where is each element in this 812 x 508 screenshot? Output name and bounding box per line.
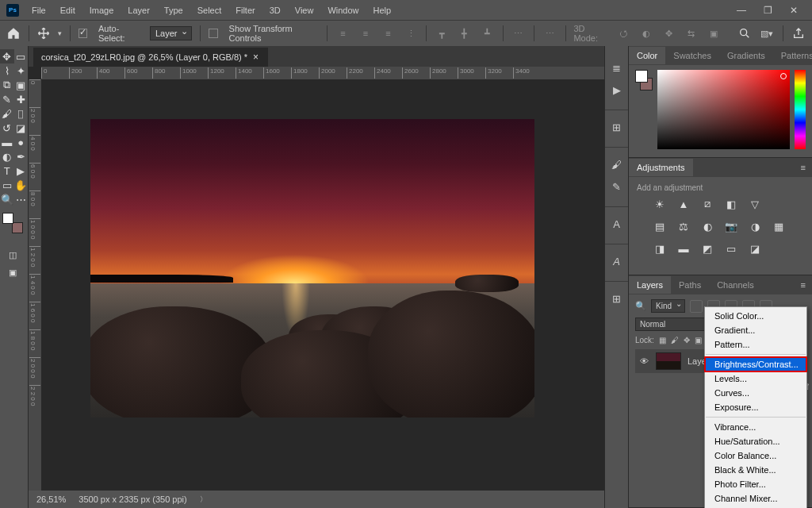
ctx-item-levels[interactable]: Levels... bbox=[705, 371, 806, 386]
ctx-item-hue-saturation[interactable]: Hue/Saturation... bbox=[705, 434, 806, 448]
brushes-icon[interactable]: 🖌 bbox=[608, 156, 626, 173]
libraries-icon[interactable]: ⊞ bbox=[608, 290, 626, 307]
panel-fg-swatch[interactable] bbox=[635, 70, 648, 83]
tab-adjustments[interactable]: Adjustments bbox=[629, 159, 693, 176]
ctx-item-brightness-contrast[interactable]: Brightness/Contrast... bbox=[705, 357, 806, 371]
tool-blur[interactable]: ● bbox=[14, 135, 29, 149]
menu-layer[interactable]: Layer bbox=[121, 3, 156, 17]
tool-history-brush[interactable]: ↺ bbox=[0, 121, 14, 135]
adj-photofilter-icon[interactable]: 📷 bbox=[724, 219, 738, 233]
ctx-item-color-balance[interactable]: Color Balance... bbox=[705, 448, 806, 463]
ctx-item-pattern[interactable]: Pattern... bbox=[705, 337, 806, 352]
search-icon[interactable] bbox=[737, 25, 753, 41]
tool-frame[interactable]: ▣ bbox=[14, 78, 29, 92]
lock-paint-icon[interactable]: 🖌 bbox=[671, 336, 679, 344]
adj-exposure-icon[interactable]: ◧ bbox=[724, 197, 738, 211]
auto-select-scope[interactable]: Layer bbox=[150, 26, 193, 40]
tool-dodge[interactable]: ◐ bbox=[0, 149, 14, 164]
tool-eraser[interactable]: ◪ bbox=[14, 121, 29, 135]
tab-gradients[interactable]: Gradients bbox=[719, 47, 773, 64]
3d-pan-icon[interactable]: ✥ bbox=[661, 25, 676, 41]
adj-brightness-icon[interactable]: ☀ bbox=[653, 197, 667, 211]
close-tab-icon[interactable]: × bbox=[253, 52, 259, 63]
ctx-item-black-white[interactable]: Black & White... bbox=[705, 463, 806, 477]
ctx-item-vibrance[interactable]: Vibrance... bbox=[705, 420, 806, 434]
adj-levels-icon[interactable]: ▲ bbox=[676, 197, 691, 211]
tool-zoom[interactable]: 🔍 bbox=[0, 192, 14, 206]
tab-swatches[interactable]: Swatches bbox=[665, 47, 719, 64]
tool-type[interactable]: T bbox=[0, 164, 14, 178]
align-center-h-icon[interactable]: ≡ bbox=[358, 25, 373, 41]
tool-pen[interactable]: ✒ bbox=[14, 149, 29, 164]
tool-lasso[interactable]: ⌇ bbox=[0, 64, 14, 78]
tab-color[interactable]: Color bbox=[629, 47, 665, 64]
zoom-level[interactable]: 26,51% bbox=[36, 495, 66, 504]
adj-invert-icon[interactable]: ◨ bbox=[653, 241, 667, 256]
tool-stamp[interactable]: ⌷ bbox=[14, 106, 29, 121]
align-middle-icon[interactable]: ╋ bbox=[458, 25, 473, 41]
3d-roll-icon[interactable]: ◐ bbox=[639, 25, 654, 41]
tab-channels[interactable]: Channels bbox=[709, 276, 761, 294]
align-top-icon[interactable]: ┳ bbox=[435, 25, 450, 41]
screen-mode-icon[interactable]: ▣ bbox=[5, 265, 21, 279]
bg-color-swatch[interactable] bbox=[12, 222, 23, 233]
ctx-item-channel-mixer[interactable]: Channel Mixer... bbox=[705, 491, 806, 506]
image-canvas[interactable] bbox=[90, 119, 534, 418]
properties-icon[interactable]: ⊞ bbox=[608, 118, 626, 136]
3d-zoom-icon[interactable]: ▣ bbox=[707, 25, 722, 41]
tab-layers[interactable]: Layers bbox=[629, 276, 671, 294]
tool-hand[interactable]: ✋ bbox=[14, 178, 29, 192]
tool-brush[interactable]: 🖌 bbox=[0, 106, 14, 121]
adj-gradmap-icon[interactable]: ▭ bbox=[724, 241, 738, 256]
menu-filter[interactable]: Filter bbox=[229, 3, 261, 17]
tool-crop[interactable]: ⧉ bbox=[0, 78, 14, 92]
tool-move[interactable]: ✥ bbox=[0, 49, 14, 64]
hue-slider[interactable] bbox=[795, 70, 806, 149]
quick-mask-icon[interactable]: ◫ bbox=[5, 248, 21, 262]
ctx-item-exposure[interactable]: Exposure... bbox=[705, 400, 806, 414]
fg-bg-swatches[interactable] bbox=[2, 213, 23, 233]
adj-lookup-icon[interactable]: ▦ bbox=[772, 219, 786, 233]
tool-gradient[interactable]: ▬ bbox=[0, 135, 14, 149]
window-restore[interactable]: ❐ bbox=[756, 2, 780, 19]
show-transform-checkbox[interactable] bbox=[209, 29, 217, 38]
lock-artboard-icon[interactable]: ▣ bbox=[695, 336, 702, 344]
tool-heal[interactable]: ✚ bbox=[14, 92, 29, 106]
align-left-icon[interactable]: ≡ bbox=[335, 25, 350, 41]
adj-channelmix-icon[interactable]: ◑ bbox=[748, 219, 762, 233]
tool-marquee[interactable]: ▭ bbox=[14, 49, 29, 64]
ctx-item-photo-filter[interactable]: Photo Filter... bbox=[705, 477, 806, 491]
distribute-v-icon[interactable]: ⋯ bbox=[511, 25, 527, 41]
adj-hue-icon[interactable]: ▤ bbox=[653, 219, 667, 233]
document-tab[interactable]: corsica_t20_29zLR0.jpg @ 26,5% (Layer 0,… bbox=[33, 48, 268, 67]
menu-select[interactable]: Select bbox=[191, 3, 228, 17]
layer-thumbnail[interactable] bbox=[656, 352, 681, 370]
fg-color-swatch[interactable] bbox=[2, 213, 13, 224]
adj-curves-icon[interactable]: ⧄ bbox=[700, 197, 714, 211]
character-icon[interactable]: A bbox=[608, 215, 626, 233]
menu-file[interactable]: File bbox=[25, 3, 52, 17]
tab-patterns[interactable]: Patterns bbox=[773, 47, 812, 64]
history-icon[interactable]: ≣ bbox=[608, 59, 626, 76]
adj-selective-icon[interactable]: ◪ bbox=[748, 241, 762, 256]
actions-icon[interactable]: ▶ bbox=[608, 81, 626, 98]
ctx-item-curves[interactable]: Curves... bbox=[705, 386, 806, 400]
adjustments-panel-menu-icon[interactable]: ≡ bbox=[795, 160, 812, 175]
tool-eyedropper[interactable]: ✎ bbox=[0, 92, 14, 106]
workspace-icon[interactable]: ▧▾ bbox=[760, 25, 775, 41]
tool-more[interactable]: ⋯ bbox=[14, 192, 29, 206]
menu-view[interactable]: View bbox=[289, 3, 320, 17]
adj-balance-icon[interactable]: ⚖ bbox=[676, 219, 691, 233]
adj-bw-icon[interactable]: ◐ bbox=[700, 219, 714, 233]
menu-image[interactable]: Image bbox=[83, 3, 121, 17]
adj-posterize-icon[interactable]: ▬ bbox=[676, 241, 691, 256]
align-bottom-icon[interactable]: ┻ bbox=[480, 25, 495, 41]
3d-slide-icon[interactable]: ⇆ bbox=[684, 25, 699, 41]
more-align-icon[interactable]: ⋯ bbox=[542, 25, 557, 41]
tool-shape[interactable]: ▭ bbox=[0, 178, 14, 192]
layers-panel-menu-icon[interactable]: ≡ bbox=[795, 277, 812, 293]
window-close[interactable]: ✕ bbox=[782, 2, 806, 19]
menu-window[interactable]: Window bbox=[321, 3, 365, 17]
menu-type[interactable]: Type bbox=[158, 3, 190, 17]
tab-paths[interactable]: Paths bbox=[671, 276, 709, 294]
